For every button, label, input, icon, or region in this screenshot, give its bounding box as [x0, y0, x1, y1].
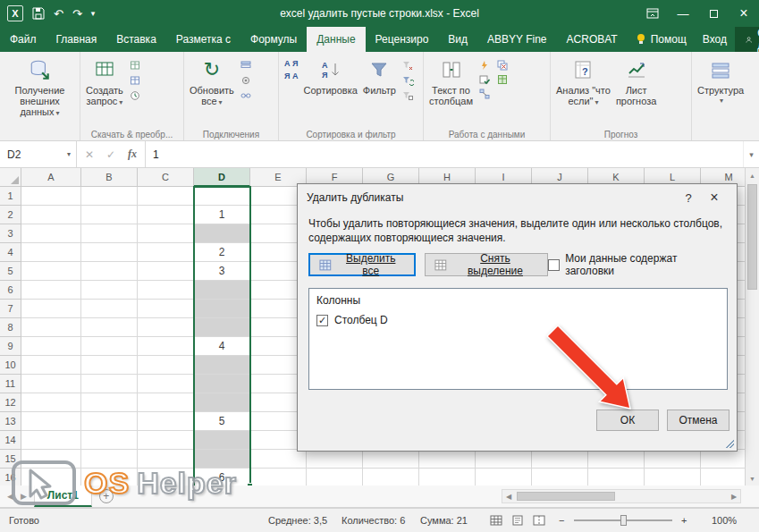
cell-B12[interactable] [81, 393, 138, 412]
row-header-5[interactable]: 5 [0, 262, 21, 281]
cell-G15[interactable] [363, 450, 419, 469]
cell-A3[interactable] [21, 224, 81, 243]
sign-in-button[interactable]: Вход [695, 27, 735, 52]
cell-D9[interactable]: 4 [194, 337, 250, 356]
what-if-analysis-button[interactable]: ? Анализ "что если"▾ [553, 55, 613, 126]
dialog-title-bar[interactable]: Удалить дубликаты ? × [298, 184, 737, 211]
new-query-button[interactable]: Создать запрос▾ [83, 55, 126, 126]
relationships-icon[interactable] [478, 89, 491, 99]
data-validation-icon[interactable] [478, 74, 491, 85]
page-break-preview-icon[interactable] [533, 515, 545, 526]
tab-formulas[interactable]: Формулы [240, 27, 307, 52]
cell-A9[interactable] [21, 337, 81, 356]
cell-M15[interactable] [701, 450, 745, 469]
page-layout-icon[interactable] [511, 515, 524, 526]
cell-A14[interactable] [21, 431, 81, 450]
cell-B8[interactable] [81, 318, 138, 337]
column-header-D[interactable]: D [194, 168, 250, 187]
cell-M16[interactable] [701, 469, 745, 486]
horizontal-scrollbar[interactable]: ◀ ▶ [502, 489, 741, 503]
zoom-in-icon[interactable]: + [681, 509, 687, 532]
cell-D7[interactable] [194, 300, 250, 318]
forecast-sheet-button[interactable]: Лист прогноза [613, 55, 659, 126]
cancel-button[interactable]: Отмена [667, 410, 729, 431]
name-box-dropdown-icon[interactable]: ▾ [67, 150, 71, 158]
cell-L16[interactable] [645, 469, 701, 486]
cell-D3[interactable] [194, 224, 250, 243]
my-data-has-headers-checkbox[interactable]: Мои данные содержат заголовки [548, 252, 726, 277]
row-header-12[interactable]: 12 [0, 393, 21, 412]
save-icon[interactable] [32, 7, 45, 20]
cell-D13[interactable]: 5 [194, 412, 250, 431]
cell-G16[interactable] [363, 469, 419, 486]
cell-H16[interactable] [419, 469, 476, 486]
cell-A12[interactable] [21, 393, 81, 412]
cell-C13[interactable] [138, 412, 194, 431]
maximize-button[interactable] [698, 0, 729, 27]
recent-sources-icon[interactable] [129, 90, 141, 101]
cell-B1[interactable] [81, 187, 138, 206]
row-header-15[interactable]: 15 [0, 450, 21, 469]
horizontal-scroll-thumb[interactable] [517, 492, 615, 501]
cell-A16[interactable] [21, 469, 81, 486]
remove-duplicates-icon[interactable] [496, 60, 509, 71]
select-all-button[interactable]: Выделить все [308, 253, 416, 276]
scroll-up-icon[interactable]: ▲ [746, 168, 759, 182]
tab-view[interactable]: Вид [438, 27, 477, 52]
ok-button[interactable]: ОК [596, 410, 659, 431]
tab-data[interactable]: Данные [307, 27, 365, 52]
cancel-entry-icon[interactable]: ✕ [79, 148, 100, 161]
cell-E16[interactable] [250, 469, 307, 486]
tell-me-help[interactable]: Помощ [628, 27, 695, 52]
tab-home[interactable]: Главная [46, 27, 107, 52]
cell-A7[interactable] [21, 300, 81, 318]
cell-C1[interactable] [138, 187, 194, 206]
cell-B5[interactable] [81, 262, 138, 281]
cell-C7[interactable] [138, 300, 194, 318]
normal-view-icon[interactable] [490, 515, 502, 526]
tab-insert[interactable]: Вставка [106, 27, 166, 52]
cell-B11[interactable] [81, 375, 138, 393]
cell-C6[interactable] [138, 281, 194, 300]
cell-B16[interactable] [81, 469, 138, 486]
cell-J16[interactable] [532, 469, 588, 486]
row-header-2[interactable]: 2 [0, 206, 21, 224]
refresh-all-button[interactable]: ↻ Обновить все▾ [187, 55, 237, 126]
excel-logo-icon[interactable]: X [7, 5, 23, 21]
zoom-level[interactable]: 100% [712, 509, 737, 532]
cell-D11[interactable] [194, 375, 250, 393]
properties-icon[interactable] [240, 75, 252, 86]
cell-D2[interactable]: 1 [194, 206, 250, 224]
zoom-slider[interactable] [574, 509, 672, 532]
dialog-close-button[interactable]: × [701, 190, 728, 206]
undo-icon[interactable]: ↶ [54, 8, 63, 20]
cell-A10[interactable] [21, 356, 81, 375]
cell-B2[interactable] [81, 206, 138, 224]
row-header-11[interactable]: 11 [0, 375, 21, 393]
text-to-columns-button[interactable]: Текст по столбцам [426, 55, 476, 126]
from-table-icon[interactable] [129, 75, 141, 86]
cell-I16[interactable] [476, 469, 532, 486]
scroll-down-icon[interactable]: ▼ [746, 471, 759, 486]
row-header-1[interactable]: 1 [0, 187, 21, 206]
cell-D14[interactable] [194, 431, 250, 450]
redo-icon[interactable]: ↷ [72, 8, 82, 20]
cell-K15[interactable] [588, 450, 645, 469]
cell-C2[interactable] [138, 206, 194, 224]
dialog-resize-grip[interactable] [725, 439, 734, 448]
edit-links-icon[interactable] [240, 90, 252, 101]
sheet-tab-list1[interactable]: Лист1 [34, 486, 92, 507]
select-all-corner-button[interactable] [0, 168, 21, 187]
tab-abbyy[interactable]: ABBYY Fine [477, 27, 556, 52]
outline-button[interactable]: Структура ▾ [695, 55, 746, 126]
row-header-13[interactable]: 13 [0, 412, 21, 431]
cell-D16[interactable]: 6 [194, 469, 250, 486]
row-header-10[interactable]: 10 [0, 356, 21, 375]
zoom-slider-thumb[interactable] [620, 515, 627, 526]
tab-page-layout[interactable]: Разметка с [166, 27, 240, 52]
row-header-3[interactable]: 3 [0, 224, 21, 243]
cell-A15[interactable] [21, 450, 81, 469]
minimize-button[interactable]: — [668, 0, 698, 27]
cell-D12[interactable] [194, 393, 250, 412]
customize-qat-icon[interactable]: ▾ [91, 10, 96, 18]
